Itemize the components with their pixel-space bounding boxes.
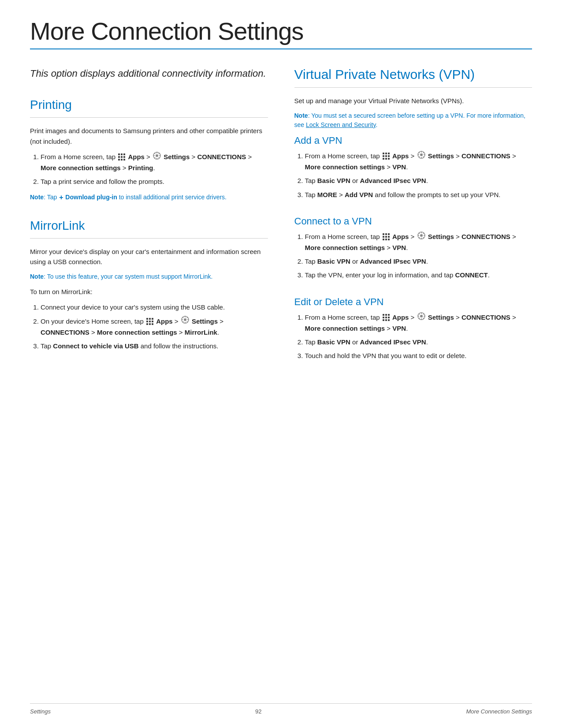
- apps-icon-1: [118, 153, 125, 161]
- edit-vpn-step-1: From a Home screen, tap Apps >: [305, 312, 532, 333]
- printing-note: Note: Tap + Download plug-in to install …: [30, 192, 268, 203]
- apps-icon-3: [383, 153, 390, 160]
- svg-line-47: [423, 317, 424, 318]
- download-text: Download plug-in: [65, 193, 117, 200]
- svg-point-31: [420, 234, 423, 237]
- vpn-note-link[interactable]: Lock Screen and Security: [306, 121, 376, 128]
- edit-vpn-step-3: Touch and hold the VPN that you want to …: [305, 351, 532, 361]
- svg-line-48: [423, 314, 424, 314]
- add-vpn-section: Add a VPN From a Home screen, tap Apps >: [294, 135, 532, 200]
- mirrorlink-turn-on-label: To turn on MirrorLink:: [30, 287, 268, 297]
- footer: Settings 92 More Connection Settings: [30, 703, 532, 715]
- add-vpn-step-2: Tap Basic VPN or Advanced IPsec VPN.: [305, 175, 532, 186]
- vpn-section: Virtual Private Networks (VPN) Set up an…: [294, 67, 532, 361]
- printing-step-1: From a Home screen, tap Apps >: [41, 152, 268, 173]
- settings-icon-2: [181, 316, 189, 326]
- svg-line-8: [159, 153, 160, 154]
- svg-line-29: [419, 156, 420, 157]
- connect-vpn-section: Connect to a VPN From a Home screen, tap…: [294, 216, 532, 280]
- vpn-description: Set up and manage your Virtual Private N…: [294, 96, 532, 106]
- svg-line-6: [154, 153, 155, 154]
- svg-line-36: [419, 233, 420, 234]
- mirrorlink-step-3: Tap Connect to vehicle via USB and follo…: [41, 341, 268, 351]
- mirrorlink-divider: [30, 238, 268, 239]
- mirrorlink-note-label: Note: [30, 273, 44, 280]
- apps-icon-4: [383, 233, 390, 240]
- title-divider: [30, 49, 532, 49]
- page-container: More Connection Settings This option dis…: [0, 0, 562, 728]
- add-vpn-steps: From a Home screen, tap Apps >: [294, 151, 532, 200]
- svg-line-27: [423, 156, 424, 157]
- edit-vpn-section: Edit or Delete a VPN From a Home screen,…: [294, 296, 532, 361]
- svg-line-28: [423, 152, 424, 153]
- vpn-heading: Virtual Private Networks (VPN): [294, 67, 532, 82]
- settings-icon-4: [417, 231, 425, 242]
- svg-line-17: [186, 321, 187, 322]
- page-title: More Connection Settings: [30, 18, 532, 45]
- svg-point-11: [184, 318, 186, 321]
- vpn-note: Note: You must set a secured screen befo…: [294, 111, 532, 130]
- footer-left: Settings: [30, 708, 51, 715]
- settings-icon-5: [417, 312, 425, 323]
- mirrorlink-step-1: Connect your device to your car's system…: [41, 302, 268, 312]
- svg-point-41: [420, 315, 423, 317]
- mirrorlink-step-2: On your device's Home screen, tap Apps >: [41, 316, 268, 337]
- edit-vpn-heading: Edit or Delete a VPN: [294, 296, 532, 308]
- add-vpn-step-3: Tap MORE > Add VPN and follow the prompt…: [305, 190, 532, 200]
- left-column: This option displays additional connecti…: [30, 67, 268, 377]
- svg-point-21: [420, 153, 423, 156]
- right-column: Virtual Private Networks (VPN) Set up an…: [294, 67, 532, 377]
- svg-line-19: [182, 321, 183, 322]
- connect-vpn-step-1: From a Home screen, tap Apps >: [305, 231, 532, 253]
- svg-line-16: [182, 317, 183, 318]
- connect-vpn-step-3: Tap the VPN, enter your log in informati…: [305, 270, 532, 280]
- mirrorlink-heading: MirrorLink: [30, 219, 268, 233]
- plus-icon: +: [59, 192, 63, 203]
- printing-section: Printing Print images and documents to S…: [30, 98, 268, 202]
- edit-vpn-step-2: Tap Basic VPN or Advanced IPsec VPN.: [305, 337, 532, 347]
- vpn-divider: [294, 87, 532, 88]
- printing-heading: Printing: [30, 98, 268, 112]
- settings-icon-3: [417, 151, 425, 161]
- connect-vpn-step-2: Tap Basic VPN or Advanced IPsec VPN.: [305, 256, 532, 266]
- add-vpn-step-1: From a Home screen, tap Apps >: [305, 151, 532, 172]
- svg-point-1: [156, 154, 158, 157]
- edit-vpn-steps: From a Home screen, tap Apps >: [294, 312, 532, 361]
- printing-note-label: Note: [30, 193, 44, 200]
- footer-center: 92: [255, 708, 261, 715]
- vpn-note-label: Note: [294, 112, 308, 119]
- printing-divider: [30, 117, 268, 118]
- printing-step-2: Tap a print service and follow the promp…: [41, 176, 268, 187]
- printing-description: Print images and documents to Samsung pr…: [30, 126, 268, 146]
- mirrorlink-note: Note: To use this feature, your car syst…: [30, 272, 268, 281]
- settings-icon-1: [153, 152, 161, 162]
- svg-line-26: [419, 152, 420, 153]
- connect-vpn-steps: From a Home screen, tap Apps >: [294, 231, 532, 280]
- svg-line-39: [419, 237, 420, 238]
- apps-icon-5: [383, 314, 390, 321]
- svg-line-7: [159, 157, 160, 158]
- add-vpn-heading: Add a VPN: [294, 135, 532, 146]
- svg-line-18: [186, 317, 187, 318]
- svg-line-9: [154, 157, 155, 158]
- svg-line-49: [419, 317, 420, 318]
- footer-right: More Connection Settings: [466, 708, 532, 715]
- connect-vpn-heading: Connect to a VPN: [294, 216, 532, 227]
- mirrorlink-section: MirrorLink Mirror your device's display …: [30, 219, 268, 351]
- printing-steps: From a Home screen, tap Apps >: [30, 152, 268, 187]
- svg-line-46: [419, 314, 420, 314]
- apps-icon-2: [146, 318, 153, 325]
- intro-text: This option displays additional connecti…: [30, 67, 268, 81]
- svg-line-37: [423, 237, 424, 238]
- mirrorlink-steps: Connect your device to your car's system…: [30, 302, 268, 351]
- columns-layout: This option displays additional connecti…: [30, 67, 532, 377]
- mirrorlink-description: Mirror your device's display on your car…: [30, 246, 268, 267]
- svg-line-38: [423, 233, 424, 234]
